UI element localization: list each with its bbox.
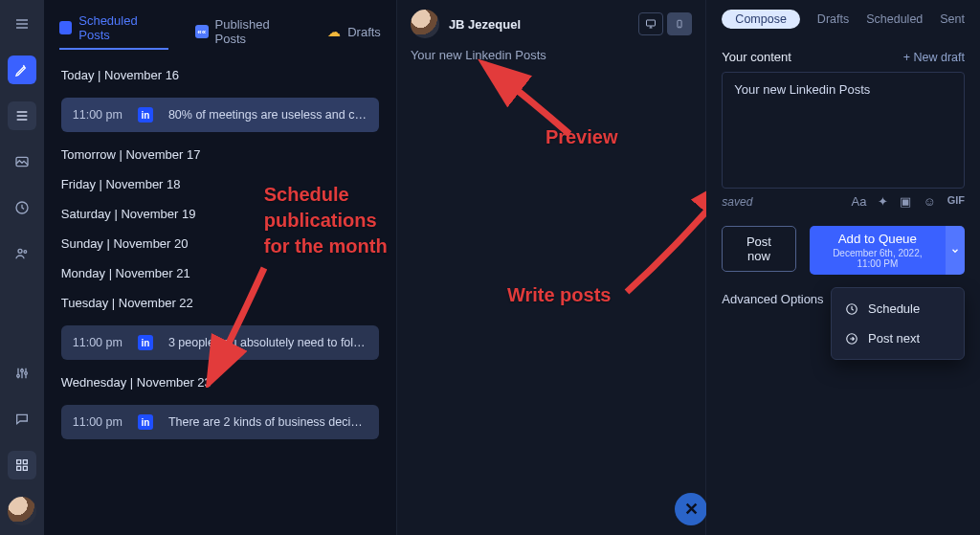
- dropdown-post-next[interactable]: Post next: [832, 323, 964, 353]
- tool-gif[interactable]: GIF: [947, 194, 965, 209]
- edit-icon[interactable]: [8, 56, 36, 84]
- preview-author: JB Jezequel: [449, 17, 521, 32]
- grid-icon[interactable]: [8, 451, 36, 479]
- dropdown-label: Schedule: [868, 301, 920, 316]
- saved-indicator: saved: [722, 195, 752, 209]
- post-title: There are 2 kinds of business decisions:…: [168, 415, 368, 429]
- dropdown-schedule[interactable]: Schedule: [832, 294, 964, 323]
- annotation-write: Write posts: [507, 282, 612, 308]
- queue-label: Add to Queue: [838, 232, 917, 246]
- queue-dropdown: Schedule Post next: [831, 287, 965, 360]
- chevron-down-icon: [950, 246, 960, 256]
- seg-drafts[interactable]: Drafts: [817, 12, 849, 26]
- clock-icon: [845, 302, 858, 316]
- linkedin-icon: in: [138, 414, 153, 430]
- day-label: Monday | November 21: [61, 266, 379, 280]
- avatar[interactable]: [8, 497, 36, 525]
- day-label: Today | November 16: [61, 68, 379, 82]
- svg-rect-9: [17, 466, 21, 470]
- users-icon[interactable]: [8, 239, 36, 268]
- day-label: Wednesday | November 23: [61, 375, 379, 390]
- image-icon[interactable]: [8, 147, 36, 176]
- queue-caret-button[interactable]: [946, 226, 965, 275]
- day-label: Friday | November 18: [61, 177, 379, 191]
- calendar-icon: [59, 21, 72, 34]
- post-time: 11:00 pm: [73, 108, 122, 122]
- svg-rect-8: [23, 460, 27, 464]
- draft-icon: ☁: [327, 25, 341, 38]
- new-draft-button[interactable]: + New draft: [903, 51, 965, 64]
- tab-label: Scheduled Posts: [78, 13, 168, 42]
- scheduled-post-row[interactable]: 11:00 pmin80% of meetings are useless an…: [61, 98, 379, 132]
- nav-rail: [0, 0, 44, 535]
- tool-text[interactable]: Aa: [851, 194, 866, 209]
- day-label: Sunday | November 20: [61, 236, 379, 251]
- editor-tools: Aa ✦ ▣ ☺ GIF: [851, 194, 965, 209]
- post-time: 11:00 pm: [73, 415, 122, 429]
- post-title: 3 people you absolutely need to follow a…: [168, 336, 368, 349]
- queue-sublabel: December 6th, 2022, 11:00 PM: [827, 248, 929, 269]
- compose-segments: Compose Drafts Scheduled Sent: [722, 10, 965, 29]
- svg-rect-11: [647, 20, 656, 26]
- day-label: Tuesday | November 22: [61, 296, 379, 310]
- close-button[interactable]: ✕: [675, 493, 707, 525]
- next-icon: [845, 332, 858, 346]
- post-time: 11:00 pm: [73, 336, 122, 349]
- annotation-preview: Preview: [546, 124, 618, 150]
- tab-label: Drafts: [347, 25, 381, 39]
- menu-icon[interactable]: [8, 10, 36, 38]
- preview-column: JB Jezequel Your new Linkedin Posts Prev…: [396, 0, 706, 535]
- preview-header: JB Jezequel: [411, 10, 692, 38]
- dropdown-label: Post next: [868, 331, 920, 346]
- add-to-queue-button[interactable]: Add to Queue December 6th, 2022, 11:00 P…: [810, 226, 947, 275]
- svg-point-3: [24, 251, 27, 254]
- day-label: Tomorrow | November 17: [61, 147, 379, 162]
- tool-ai[interactable]: ✦: [878, 194, 888, 209]
- avatar: [411, 10, 439, 38]
- post-now-button[interactable]: Post now: [722, 226, 795, 272]
- svg-point-2: [18, 249, 22, 253]
- svg-point-4: [17, 374, 20, 377]
- arrow-preview: [474, 57, 579, 144]
- svg-point-6: [25, 372, 28, 375]
- list-icon[interactable]: [8, 101, 36, 130]
- chat-icon[interactable]: [8, 405, 36, 434]
- editor-value: Your new Linkedin Posts: [734, 82, 870, 97]
- mobile-view-button[interactable]: [667, 12, 692, 35]
- compose-column: Compose Drafts Scheduled Sent Your conte…: [706, 0, 980, 535]
- scheduled-post-row[interactable]: 11:00 pmin3 people you absolutely need t…: [61, 325, 379, 360]
- svg-rect-7: [17, 460, 21, 464]
- linkedin-icon: in: [138, 335, 153, 350]
- tab-drafts[interactable]: ☁ Drafts: [327, 13, 381, 50]
- tab-label: Published Posts: [215, 17, 301, 46]
- scheduled-post-row[interactable]: 11:00 pminThere are 2 kinds of business …: [61, 405, 379, 439]
- tool-emoji[interactable]: ☺: [923, 194, 935, 209]
- svg-point-5: [21, 369, 24, 372]
- day-label: Saturday | November 19: [61, 207, 379, 221]
- tool-image[interactable]: ▣: [900, 194, 911, 209]
- clock-icon[interactable]: [8, 193, 36, 222]
- tab-scheduled[interactable]: Scheduled Posts: [59, 13, 168, 50]
- editor[interactable]: Your new Linkedin Posts: [722, 72, 965, 189]
- sliders-icon[interactable]: [8, 359, 36, 388]
- tab-published[interactable]: «« Published Posts: [195, 13, 301, 50]
- schedule-body: Today | November 1611:00 pmin80% of meet…: [44, 60, 396, 447]
- seg-sent[interactable]: Sent: [940, 12, 965, 26]
- svg-rect-10: [23, 466, 27, 470]
- post-title: 80% of meetings are useless and could be…: [168, 108, 368, 122]
- preview-body: Your new Linkedin Posts: [411, 48, 692, 62]
- schedule-column: Scheduled Posts «« Published Posts ☁ Dra…: [44, 0, 396, 535]
- seg-compose[interactable]: Compose: [722, 10, 800, 29]
- content-label: Your content: [722, 50, 791, 64]
- published-icon: ««: [195, 25, 208, 38]
- seg-scheduled[interactable]: Scheduled: [866, 12, 923, 26]
- desktop-view-button[interactable]: [638, 12, 663, 35]
- schedule-tabs: Scheduled Posts «« Published Posts ☁ Dra…: [44, 8, 396, 60]
- linkedin-icon: in: [138, 107, 153, 123]
